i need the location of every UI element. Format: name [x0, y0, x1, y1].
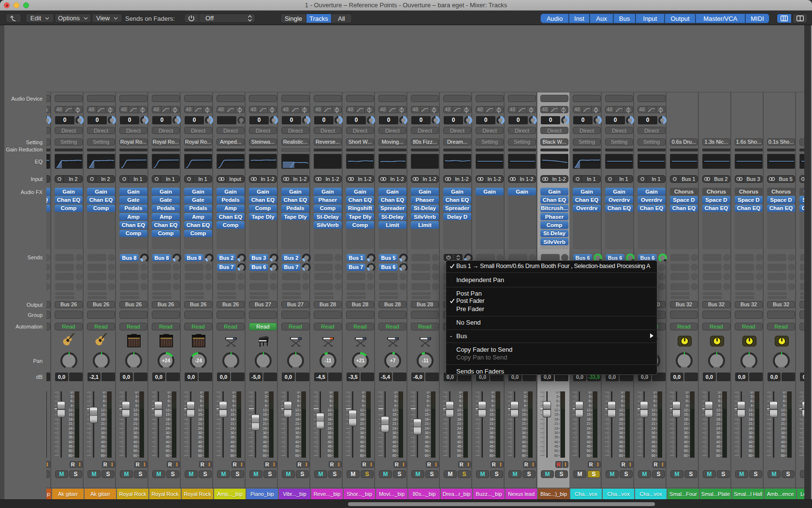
svg-text:40: 40	[328, 440, 332, 444]
svg-text:35: 35	[490, 435, 493, 439]
svg-text:0: 0	[621, 391, 623, 394]
svg-text:24: 24	[328, 426, 332, 431]
svg-text:15: 15	[652, 412, 655, 417]
svg-text:45: 45	[619, 444, 623, 448]
svg-text:40: 40	[490, 440, 493, 444]
svg-text:12: 12	[716, 408, 720, 412]
svg-text:3: 3	[686, 394, 688, 399]
svg-text:45: 45	[328, 444, 332, 448]
svg-text:6: 6	[427, 399, 429, 403]
svg-text:15: 15	[587, 412, 591, 417]
svg-text:35: 35	[781, 435, 785, 439]
svg-text:30: 30	[360, 431, 364, 435]
svg-text:60: 60	[457, 453, 461, 458]
svg-text:60: 60	[263, 453, 267, 458]
svg-text:21: 21	[360, 421, 364, 426]
svg-text:18: 18	[619, 417, 623, 421]
svg-text:15: 15	[490, 412, 493, 417]
svg-text:50: 50	[684, 448, 688, 453]
svg-text:3: 3	[330, 394, 332, 399]
svg-text:60: 60	[554, 453, 558, 458]
svg-text:0: 0	[232, 391, 234, 394]
svg-text:9: 9	[621, 403, 623, 408]
svg-text:3: 3	[621, 394, 623, 399]
svg-text:3: 3	[751, 394, 753, 399]
svg-text:40: 40	[781, 440, 785, 444]
svg-text:15: 15	[684, 412, 688, 417]
svg-text:0: 0	[783, 391, 785, 394]
svg-text:9: 9	[297, 403, 299, 408]
svg-text:21: 21	[133, 421, 137, 426]
svg-text:3: 3	[103, 394, 105, 399]
svg-text:0: 0	[524, 391, 526, 394]
svg-text:18: 18	[587, 417, 591, 421]
svg-text:24: 24	[716, 426, 720, 431]
svg-text:6: 6	[492, 399, 493, 403]
svg-text:35: 35	[522, 435, 526, 439]
svg-text:50: 50	[133, 448, 137, 453]
svg-text:45: 45	[554, 444, 558, 448]
svg-text:21: 21	[554, 421, 558, 426]
svg-text:0: 0	[135, 391, 137, 394]
svg-text:24: 24	[166, 426, 170, 431]
svg-text:24: 24	[360, 426, 364, 431]
svg-text:12: 12	[360, 408, 364, 412]
svg-text:3: 3	[783, 394, 785, 399]
svg-text:45: 45	[684, 444, 688, 448]
svg-text:12: 12	[587, 408, 591, 412]
svg-text:0: 0	[168, 391, 170, 394]
svg-text:21: 21	[425, 421, 429, 426]
svg-text:15: 15	[231, 412, 234, 417]
svg-text:50: 50	[392, 448, 396, 453]
svg-text:30: 30	[69, 431, 72, 435]
svg-text:9: 9	[653, 403, 655, 408]
svg-text:60: 60	[198, 453, 202, 458]
svg-text:24: 24	[554, 426, 558, 431]
svg-text:12: 12	[749, 408, 753, 412]
svg-text:50: 50	[490, 448, 493, 453]
svg-text:60: 60	[781, 453, 785, 458]
svg-text:40: 40	[554, 440, 558, 444]
svg-text:18: 18	[69, 417, 72, 421]
svg-text:45: 45	[231, 444, 234, 448]
svg-text:9: 9	[71, 403, 72, 408]
svg-text:6: 6	[200, 399, 202, 403]
svg-text:45: 45	[263, 444, 267, 448]
svg-text:24: 24	[295, 426, 299, 431]
svg-text:9: 9	[492, 403, 493, 408]
svg-text:60: 60	[619, 453, 623, 458]
svg-text:30: 30	[587, 431, 591, 435]
svg-text:30: 30	[101, 431, 105, 435]
svg-text:45: 45	[490, 444, 493, 448]
svg-text:18: 18	[652, 417, 655, 421]
svg-text:12: 12	[133, 408, 137, 412]
svg-text:30: 30	[684, 431, 688, 435]
svg-text:60: 60	[749, 453, 753, 458]
svg-text:24: 24	[133, 426, 137, 431]
svg-text:50: 50	[69, 448, 72, 453]
svg-text:3: 3	[589, 394, 591, 399]
svg-text:45: 45	[133, 444, 137, 448]
svg-text:35: 35	[231, 435, 234, 439]
svg-text:35: 35	[425, 435, 429, 439]
svg-text:15: 15	[749, 412, 753, 417]
svg-text:21: 21	[263, 421, 267, 426]
svg-text:18: 18	[295, 417, 299, 421]
svg-text:50: 50	[425, 448, 429, 453]
svg-text:15: 15	[522, 412, 526, 417]
svg-text:40: 40	[133, 440, 137, 444]
svg-text:60: 60	[69, 453, 72, 458]
svg-text:60: 60	[425, 453, 429, 458]
svg-text:24: 24	[231, 426, 234, 431]
svg-text:21: 21	[231, 421, 234, 426]
svg-text:18: 18	[457, 417, 461, 421]
svg-text:24: 24	[619, 426, 623, 431]
svg-text:40: 40	[457, 440, 461, 444]
svg-text:12: 12	[263, 408, 267, 412]
svg-text:9: 9	[330, 403, 332, 408]
svg-text:12: 12	[684, 408, 688, 412]
svg-text:9: 9	[589, 403, 591, 408]
svg-text:12: 12	[457, 408, 461, 412]
svg-text:9: 9	[265, 403, 267, 408]
svg-text:40: 40	[263, 440, 267, 444]
